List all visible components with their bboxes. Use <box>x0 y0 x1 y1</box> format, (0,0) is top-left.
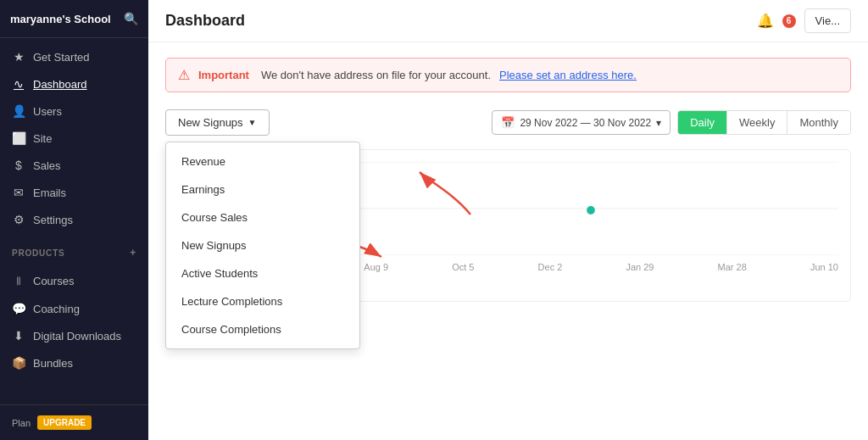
sidebar-item-emails[interactable]: ✉ Emails <box>0 179 148 206</box>
notification-badge: 6 <box>782 14 796 28</box>
metric-dropdown-button[interactable]: New Signups ▼ <box>165 109 270 136</box>
sidebar: maryanne's School 🔍 ★ Get Started ∿ Dash… <box>0 0 148 440</box>
settings-icon: ⚙ <box>12 213 25 226</box>
sidebar-header: maryanne's School 🔍 <box>0 0 148 38</box>
chart-dot <box>587 206 595 214</box>
period-btn-monthly[interactable]: Monthly <box>787 111 850 134</box>
plan-label: Plan <box>12 418 31 428</box>
x-label: Dec 2 <box>538 262 563 272</box>
nav-section-main: ★ Get Started ∿ Dashboard 👤 Users ⬜ Site… <box>0 38 148 238</box>
content-area: ⚠ Important We don't have address on fil… <box>148 42 868 440</box>
date-picker-chevron: ▾ <box>656 117 661 129</box>
school-name: maryanne's School <box>10 13 111 25</box>
products-section-label: PRODUCTS + <box>0 238 148 262</box>
sidebar-item-settings[interactable]: ⚙ Settings <box>0 206 148 233</box>
sales-icon: $ <box>12 159 25 172</box>
search-icon[interactable]: 🔍 <box>124 12 138 25</box>
users-icon: 👤 <box>12 104 25 118</box>
sidebar-item-get-started[interactable]: ★ Get Started <box>0 43 148 70</box>
period-buttons: Daily Weekly Monthly <box>677 110 851 135</box>
metric-btn-label: New Signups <box>178 116 243 129</box>
sidebar-item-courses[interactable]: ⦀ Courses <box>0 267 148 295</box>
dropdown-item-new-signups[interactable]: New Signups <box>166 231 359 259</box>
topbar: Dashboard 🔔 6 Vie... <box>148 0 868 42</box>
alert-banner: ⚠ Important We don't have address on fil… <box>165 58 851 92</box>
sidebar-item-users[interactable]: 👤 Users <box>0 97 148 125</box>
sidebar-item-label: Get Started <box>33 51 89 64</box>
chart-icon: ∿ <box>12 77 25 91</box>
calendar-icon: 📅 <box>501 116 515 129</box>
sidebar-item-label: Settings <box>33 214 73 226</box>
upgrade-button[interactable]: UPGRADE <box>37 415 92 430</box>
page-title: Dashboard <box>165 12 245 30</box>
x-label: Oct 5 <box>452 262 474 272</box>
dropdown-item-course-sales[interactable]: Course Sales <box>166 203 359 231</box>
email-icon: ✉ <box>12 186 25 199</box>
x-label: Jan 29 <box>626 262 654 272</box>
sidebar-item-label: Users <box>33 105 62 118</box>
period-btn-daily[interactable]: Daily <box>678 111 726 134</box>
sidebar-item-label: Emails <box>33 187 66 199</box>
x-label: Aug 9 <box>364 262 388 272</box>
date-range-picker[interactable]: 📅 29 Nov 2022 — 30 Nov 2022 ▾ <box>492 110 670 135</box>
sidebar-item-coaching[interactable]: 💬 Coaching <box>0 295 148 322</box>
bundles-icon: 📦 <box>12 356 25 370</box>
sidebar-item-label: Bundles <box>33 357 73 370</box>
site-icon: ⬜ <box>12 131 25 145</box>
dropdown-item-course-completions[interactable]: Course Completions <box>166 315 359 343</box>
sidebar-item-dashboard[interactable]: ∿ Dashboard <box>0 70 148 97</box>
sidebar-item-sales[interactable]: $ Sales <box>0 152 148 179</box>
sidebar-item-label: Site <box>33 132 52 145</box>
period-btn-weekly[interactable]: Weekly <box>726 111 787 134</box>
dropdown-menu: Revenue Earnings Course Sales New Signup… <box>165 142 360 349</box>
sidebar-footer: Plan UPGRADE <box>0 404 148 440</box>
star-icon: ★ <box>12 50 25 64</box>
dropdown-item-revenue[interactable]: Revenue <box>166 148 359 175</box>
bell-icon: 🔔 <box>757 13 774 29</box>
chevron-down-icon: ▼ <box>248 118 257 127</box>
dropdown-item-active-students[interactable]: Active Students <box>166 259 359 287</box>
sidebar-item-label: Digital Downloads <box>33 330 121 343</box>
courses-icon: ⦀ <box>12 274 25 288</box>
sidebar-item-digital-downloads[interactable]: ⬇ Digital Downloads <box>0 322 148 349</box>
alert-label: Important <box>198 69 249 81</box>
sidebar-item-bundles[interactable]: 📦 Bundles <box>0 349 148 376</box>
add-product-icon[interactable]: + <box>130 247 136 259</box>
topbar-right: 🔔 6 Vie... <box>757 8 851 33</box>
x-label: Mar 28 <box>718 262 747 272</box>
nav-section-products: ⦀ Courses 💬 Coaching ⬇ Digital Downloads… <box>0 262 148 382</box>
sidebar-item-label: Dashboard <box>33 78 87 91</box>
main-content: Dashboard 🔔 6 Vie... ⚠ Important We don'… <box>148 0 868 440</box>
dropdown-item-lecture-completions[interactable]: Lecture Completions <box>166 287 359 315</box>
view-button[interactable]: Vie... <box>804 8 851 33</box>
alert-icon: ⚠ <box>178 67 190 83</box>
date-range-value: 29 Nov 2022 — 30 Nov 2022 <box>520 117 651 129</box>
alert-link[interactable]: Please set an address here. <box>499 69 637 81</box>
dropdown-item-earnings[interactable]: Earnings <box>166 175 359 203</box>
sidebar-item-site[interactable]: ⬜ Site <box>0 125 148 152</box>
x-label: Jun 10 <box>810 262 838 272</box>
sidebar-item-label: Sales <box>33 159 61 172</box>
date-range-controls: 📅 29 Nov 2022 — 30 Nov 2022 ▾ Daily Week… <box>492 110 851 135</box>
dashboard-controls: New Signups ▼ Revenue Earnings Course Sa… <box>165 109 851 136</box>
metric-dropdown: New Signups ▼ Revenue Earnings Course Sa… <box>165 109 270 136</box>
sidebar-item-label: Courses <box>33 275 74 287</box>
alert-message: We don't have address on file for your a… <box>261 69 491 81</box>
sidebar-item-label: Coaching <box>33 303 80 315</box>
coaching-icon: 💬 <box>12 302 25 315</box>
download-icon: ⬇ <box>12 329 25 343</box>
